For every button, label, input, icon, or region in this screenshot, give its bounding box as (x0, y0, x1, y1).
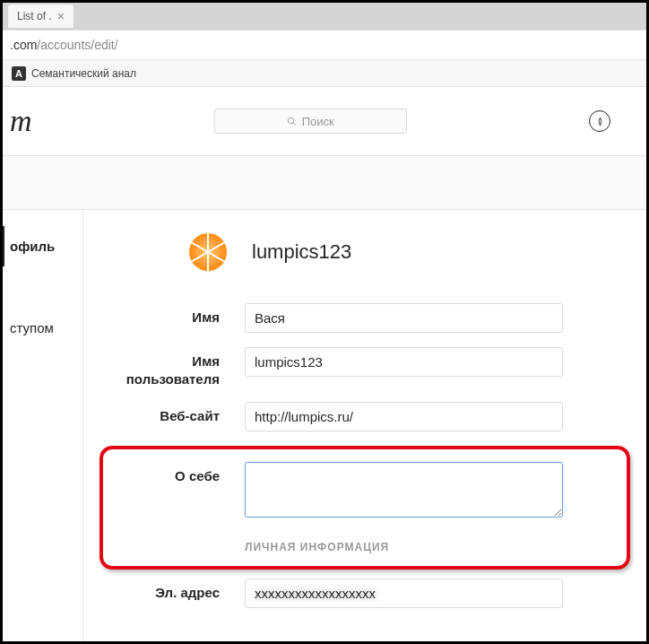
bookmarks-bar: A Семантический анал (3, 60, 646, 87)
nav-icons (589, 110, 610, 132)
search-placeholder: Поиск (302, 115, 334, 128)
sidebar-item-profile[interactable]: офиль (3, 226, 82, 266)
label-username: Имя пользователя (110, 347, 245, 387)
browser-chrome: List of . × .com/accounts/edit/ A Семант… (3, 3, 646, 87)
sidebar-item-label: офиль (10, 239, 55, 254)
website-input[interactable] (245, 402, 563, 431)
label-email: Эл. адрес (110, 579, 245, 602)
row-bio: О себе (110, 462, 619, 521)
section-heading-personal: ЛИЧНАЯ ИНФОРМАЦИЯ (245, 541, 563, 553)
explore-icon[interactable] (589, 110, 610, 132)
row-name: Имя (110, 303, 619, 333)
tab-title: List of . (17, 10, 52, 22)
search-icon (287, 117, 297, 126)
highlight-annotation: О себе ЛИЧНАЯ ИНФОРМАЦИЯ (100, 446, 630, 570)
svg-marker-2 (599, 117, 601, 125)
label-bio: О себе (110, 462, 245, 485)
header-spacer (3, 156, 646, 210)
name-input[interactable] (245, 303, 563, 333)
search-input[interactable]: Поиск (214, 109, 407, 134)
sidebar-item-label: ступом (10, 320, 54, 335)
settings-sidebar: офиль ступом (3, 210, 83, 641)
browser-tab[interactable]: List of . × (8, 4, 74, 28)
avatar[interactable] (189, 233, 227, 271)
url-field[interactable]: .com/accounts/edit/ (10, 38, 639, 52)
url-path: /accounts/edit/ (37, 38, 117, 52)
username-input[interactable] (245, 347, 563, 377)
settings-container: офиль ступом lumpics123 Имя Имя пользова… (3, 210, 646, 641)
close-icon[interactable]: × (57, 9, 65, 23)
profile-header: lumpics123 (189, 233, 619, 271)
svg-point-0 (288, 117, 293, 123)
svg-line-1 (293, 123, 296, 126)
email-input[interactable] (245, 579, 563, 608)
app-header: m Поиск (3, 87, 646, 156)
row-website: Веб-сайт (110, 402, 619, 431)
bookmark-item[interactable]: Семантический анал (31, 67, 136, 80)
settings-main: lumpics123 Имя Имя пользователя Веб-сайт… (83, 210, 646, 641)
bio-textarea[interactable] (245, 462, 563, 518)
bookmark-favicon: A (12, 66, 26, 81)
sidebar-item-access[interactable]: ступом (3, 308, 82, 348)
username-display: lumpics123 (252, 240, 351, 264)
url-host: .com (10, 38, 37, 52)
label-name: Имя (110, 303, 245, 326)
label-website: Веб-сайт (110, 402, 245, 425)
row-username: Имя пользователя (110, 347, 619, 387)
row-section-head: ЛИЧНАЯ ИНФОРМАЦИЯ (110, 530, 619, 553)
address-bar[interactable]: .com/accounts/edit/ (3, 30, 646, 60)
logo[interactable]: m (3, 104, 32, 138)
tab-strip: List of . × (3, 3, 646, 30)
row-email: Эл. адрес (110, 579, 619, 608)
